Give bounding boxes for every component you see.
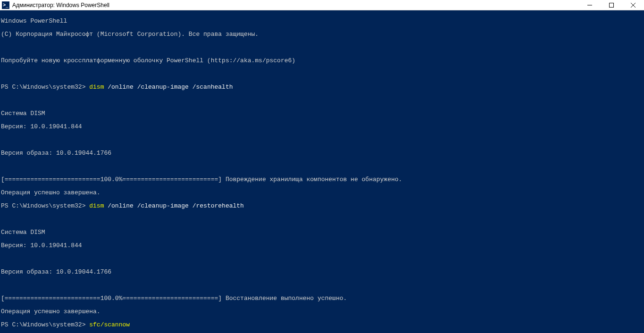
output-line: Версия: 10.0.19041.844 (1, 124, 643, 130)
output-line (1, 282, 643, 289)
svg-rect-1 (610, 3, 614, 7)
output-line (1, 216, 643, 223)
output-line (1, 163, 643, 170)
output-line (1, 44, 643, 51)
output-line (1, 137, 643, 143)
prompt-line: PS C:\Windows\system32> sfc/scannow (1, 322, 643, 328)
output-line (1, 71, 643, 77)
maximize-button[interactable] (601, 0, 622, 10)
prompt-line: PS C:\Windows\system32> dism /online /cl… (1, 84, 643, 91)
minimize-button[interactable] (579, 0, 601, 10)
command-args: /online /cleanup-image /restorehealth (104, 202, 243, 209)
powershell-icon: >_ (2, 1, 9, 9)
close-icon (631, 3, 636, 8)
output-line: Cистема DISM (1, 110, 643, 117)
prompt: PS C:\Windows\system32> (1, 83, 89, 91)
command-exe: dism (89, 202, 104, 209)
output-line: Cистема DISM (1, 229, 643, 236)
output-line: Операция успешно завершена. (1, 308, 643, 315)
command-exe: dism (89, 83, 104, 91)
command-exe: sfc/scannow (89, 321, 130, 328)
close-button[interactable] (622, 0, 644, 10)
command-args: /online /cleanup-image /scanhealth (104, 83, 233, 91)
output-line: [==========================100.0%=======… (1, 176, 643, 183)
output-line: [==========================100.0%=======… (1, 295, 643, 302)
minimize-icon (587, 3, 592, 8)
maximize-icon (609, 3, 614, 8)
output-line: Версия: 10.0.19041.844 (1, 242, 643, 249)
output-line: Версия образа: 10.0.19044.1766 (1, 150, 643, 157)
output-line: Попробуйте новую кроссплатформенную обол… (1, 58, 643, 64)
output-line (1, 97, 643, 104)
prompt: PS C:\Windows\system32> (1, 202, 89, 209)
output-line: (C) Корпорация Майкрософт (Microsoft Cor… (1, 31, 643, 38)
terminal-output[interactable]: Windows PowerShell (C) Корпорация Майкро… (0, 10, 644, 333)
prompt-line: PS C:\Windows\system32> dism /online /cl… (1, 203, 643, 209)
window-titlebar: >_ Администратор: Windows PowerShell (0, 0, 644, 10)
output-line: Операция успешно завершена. (1, 190, 643, 196)
window-title: Администратор: Windows PowerShell (12, 2, 109, 8)
output-line: Windows PowerShell (1, 18, 643, 25)
prompt: PS C:\Windows\system32> (1, 321, 89, 328)
output-line (1, 256, 643, 262)
output-line: Версия образа: 10.0.19044.1766 (1, 269, 643, 275)
